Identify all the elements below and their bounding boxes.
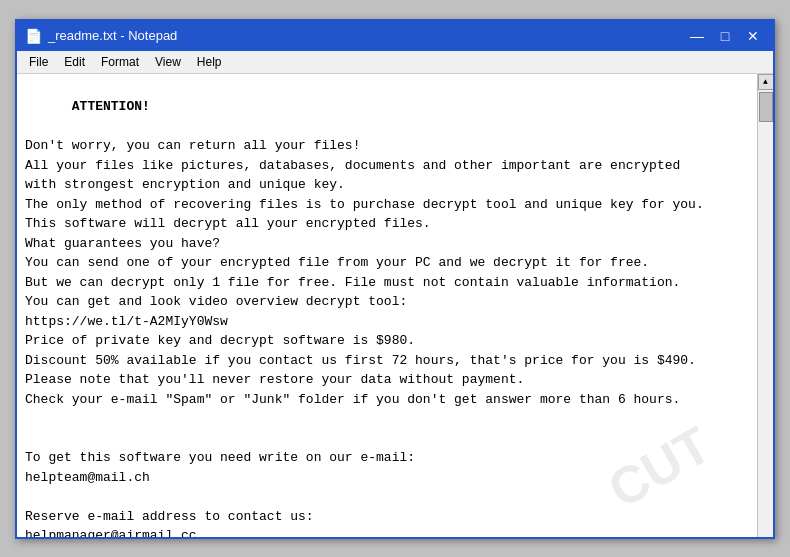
attention-line: ATTENTION! xyxy=(72,99,150,114)
text-editor[interactable]: ATTENTION! Don't worry, you can return a… xyxy=(17,74,757,537)
title-controls: — □ ✕ xyxy=(685,25,765,47)
minimize-button[interactable]: — xyxy=(685,25,709,47)
menu-format[interactable]: Format xyxy=(93,53,147,71)
maximize-button[interactable]: □ xyxy=(713,25,737,47)
content-area: ATTENTION! Don't worry, you can return a… xyxy=(17,74,773,537)
main-text: Don't worry, you can return all your fil… xyxy=(25,138,704,537)
scrollbar[interactable]: ▲ xyxy=(757,74,773,537)
app-icon: 📄 xyxy=(25,28,42,44)
menu-view[interactable]: View xyxy=(147,53,189,71)
menu-help[interactable]: Help xyxy=(189,53,230,71)
notepad-window: 📄 _readme.txt - Notepad — □ ✕ File Edit … xyxy=(15,19,775,539)
title-bar: 📄 _readme.txt - Notepad — □ ✕ xyxy=(17,21,773,51)
title-bar-left: 📄 _readme.txt - Notepad xyxy=(25,28,177,44)
menu-bar: File Edit Format View Help xyxy=(17,51,773,74)
close-button[interactable]: ✕ xyxy=(741,25,765,47)
window-title: _readme.txt - Notepad xyxy=(48,28,177,43)
scroll-up-arrow[interactable]: ▲ xyxy=(758,74,774,90)
scroll-thumb[interactable] xyxy=(759,92,773,122)
menu-edit[interactable]: Edit xyxy=(56,53,93,71)
menu-file[interactable]: File xyxy=(21,53,56,71)
